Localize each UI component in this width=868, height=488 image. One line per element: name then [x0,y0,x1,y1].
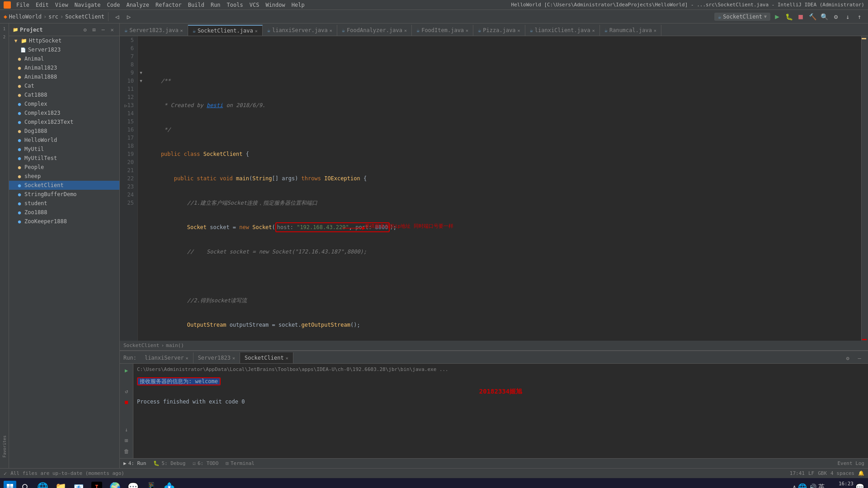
tab-pizza-close[interactable]: ✕ [518,28,520,33]
taskbar-ime[interactable]: 英 [818,483,825,488]
tree-item-animal1823[interactable]: ● Animal1823 [9,63,119,72]
settings-button[interactable]: ⚙ [831,12,841,22]
tree-item-complex1823text[interactable]: ● Complex1823Text [9,117,119,127]
taskbar-idea[interactable]: I [89,479,105,488]
panel-gear-btn[interactable]: ⋯ [99,26,107,33]
taskbar-chrome[interactable]: 🌍 [107,479,123,488]
run-config[interactable]: ☕ SocketClient ▼ [714,13,770,21]
menu-window[interactable]: Window [263,0,288,10]
taskbar-email[interactable]: 📧 [71,479,87,488]
fold-10[interactable]: ▼ [138,77,144,85]
console-scroll-btn[interactable]: ↓ [122,425,132,435]
tab-socketclient[interactable]: ☕ SocketClient.java ✕ [188,25,263,36]
fold-9[interactable]: ▼ [138,69,144,77]
tab-ranumcal-close[interactable]: ✕ [654,28,656,33]
tree-item-socketclient[interactable]: ● SocketClient [9,181,119,190]
tree-item-animal[interactable]: ● Animal [9,54,119,63]
bottom-tab-server1823[interactable]: Server1823 ✕ [193,352,240,363]
tree-item-myutiltest[interactable]: ● MyUtilTest [9,154,119,163]
menu-help[interactable]: Help [289,0,307,10]
build-button[interactable]: 🔨 [807,12,817,22]
console-clear-btn[interactable]: 🗑 [122,446,132,456]
tab-server1823-close[interactable]: ✕ [180,28,183,33]
taskbar-phone[interactable]: 📱 [143,479,159,488]
tab-lianxiserver-close[interactable]: ✕ [330,28,332,33]
bottom-tab-lianxiserver[interactable]: lianxiServer ✕ [140,352,193,363]
bottom-tab-socketclient-close[interactable]: ✕ [286,356,288,361]
tab-lianxiclient[interactable]: ☕ lianxiClient.java ✕ [525,25,600,36]
footer-tab-terminal[interactable]: ⊡ Terminal [226,460,255,466]
menu-build[interactable]: Build [185,0,207,10]
left-icon-1[interactable]: 1 [1,25,8,33]
taskbar-wechat[interactable]: 💬 [125,479,141,488]
tab-pizza[interactable]: ☕ Pizza.java ✕ [473,25,525,36]
console-settings-btn[interactable]: ⚙ [843,353,853,363]
tab-fooditem-close[interactable]: ✕ [466,28,468,33]
code-content[interactable]: /** * Created by besti on 2018/6/9. */ p… [144,36,861,341]
gutter-arrow-13[interactable]: ▷ [125,103,127,108]
tab-fooditem[interactable]: ☕ FoodItem.java ✕ [412,25,473,36]
tab-foodanalyzer-close[interactable]: ✕ [404,28,407,33]
status-notifications[interactable]: 🔔 [858,470,864,476]
status-encoding[interactable]: GBK [818,470,827,476]
tree-item-server1823[interactable]: 📄 Server1823 [9,45,119,54]
bottom-tab-socketclient[interactable]: SocketClient ✕ [240,352,293,363]
console-minimize-btn[interactable]: — [854,353,864,363]
taskbar-other[interactable]: 💠 [161,479,177,488]
tree-item-people[interactable]: ● People [9,163,119,172]
event-log-link[interactable]: Event Log [837,460,864,466]
tree-item-zoo1888[interactable]: ● Zoo1888 [9,208,119,217]
footer-tab-debug[interactable]: 🐛 5: Debug [153,460,185,466]
footer-tab-run[interactable]: ▶ 4: Run [123,460,146,466]
tab-lianxiserver[interactable]: ☕ lianxiServer.java ✕ [263,25,337,36]
status-line-ending[interactable]: LF [808,470,814,476]
run-config-dropdown[interactable]: ▼ [764,14,767,19]
panel-settings-btn[interactable]: ⚙ [81,26,89,33]
tree-item-cat[interactable]: ● Cat [9,81,119,90]
toolbar-back-btn[interactable]: ◁ [112,12,122,22]
tree-item-zookeeper1888[interactable]: ● ZooKeeper1888 [9,217,119,226]
taskbar-chevron[interactable]: ∧ [793,483,796,488]
menu-file[interactable]: File [14,0,32,10]
left-icon-2[interactable]: 2 [1,33,8,41]
stop-button[interactable]: ■ [796,12,806,22]
search-everywhere[interactable]: 🔍 [819,12,829,22]
tab-server1823[interactable]: ☕ Server1823.java ✕ [120,25,188,36]
tree-item-student[interactable]: ● student [9,199,119,208]
taskbar-edge[interactable]: 🌐 [34,479,51,488]
menu-edit[interactable]: Edit [33,0,52,10]
panel-close-btn[interactable]: ✕ [108,26,116,33]
toolbar-forward-btn[interactable]: ▷ [124,12,134,22]
menu-code[interactable]: Code [104,0,123,10]
tab-socketclient-close[interactable]: ✕ [255,28,258,33]
bottom-tab-server1823-close[interactable]: ✕ [232,356,235,361]
tree-item-myutil[interactable]: ● MyUtil [9,145,119,154]
tree-item-complex[interactable]: ● Complex [9,99,119,108]
menu-navigate[interactable]: Navigate [72,0,104,10]
tree-item-dog1888[interactable]: ● Dog1888 [9,127,119,136]
toolbar-src[interactable]: src [48,14,58,20]
toolbar-file[interactable]: SocketClient [65,14,104,20]
start-button[interactable] [4,481,16,488]
taskbar-explorer[interactable]: 📁 [52,479,69,488]
left-icon-favorites[interactable]: Favorites [1,443,8,450]
menu-refactor[interactable]: Refactor [153,0,184,10]
bottom-tab-lianxiserver-close[interactable]: ✕ [186,356,189,361]
tree-item-sheep[interactable]: ● sheep [9,172,119,181]
menu-vcs[interactable]: VCS [247,0,262,10]
console-stop-btn[interactable]: ■ [122,397,132,407]
tree-item-httpsocket[interactable]: ▼ 📁 HttpSocket [9,36,119,45]
menu-run[interactable]: Run [208,0,223,10]
console-run-btn[interactable]: ▶ [122,366,132,375]
tree-item-animal1888[interactable]: ● Animal1888 [9,72,119,81]
tab-ranumcal[interactable]: ☕ Ranumcal.java ✕ [600,25,661,36]
status-indent[interactable]: 4 spaces [830,470,854,476]
panel-expand-btn[interactable]: ⊞ [90,26,98,33]
toolbar-project-name[interactable]: HelloWorld [9,14,42,20]
tree-item-complex1823[interactable]: ● Complex1823 [9,108,119,117]
footer-tab-todo[interactable]: ☑ 6: TODO [193,460,218,466]
taskbar-search-btn[interactable] [18,480,33,488]
menu-view[interactable]: View [52,0,71,10]
tree-item-stringbufferdemo[interactable]: ● StringBufferDemo [9,190,119,199]
console-rerun-btn[interactable]: ↺ [122,386,132,396]
